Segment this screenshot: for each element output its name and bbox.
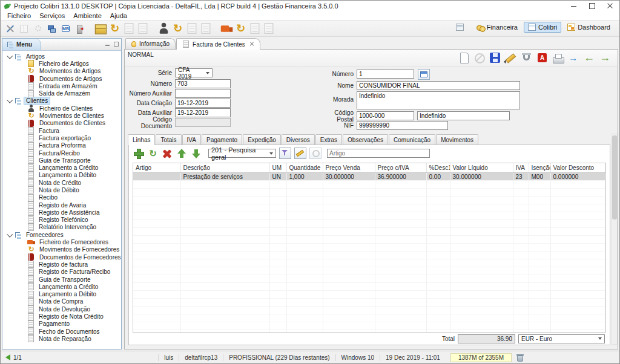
toolbar-icon[interactable] [185,22,199,36]
col-iva[interactable]: IVA [513,163,529,173]
cell-preco-venda[interactable]: 30.000000 [323,173,375,181]
toolbar-icon[interactable] [234,22,248,36]
sidebar-item[interactable]: Movimentos de Clientes [2,112,121,119]
codigo-postal-field[interactable] [357,111,414,120]
toolbar-icon[interactable] [150,22,157,36]
sidebar-item[interactable]: Registo de Nota Crédito [2,313,121,320]
cell-valor-desconto[interactable]: 0.000000 [550,173,605,181]
morada-field[interactable]: Indefinido [357,91,520,109]
col-um[interactable]: UM [269,163,286,173]
sidebar-item[interactable]: Nota de Débito [2,186,121,193]
col-isencao[interactable]: Isenção [529,163,550,173]
sidebar-item[interactable]: Movimentos de Fornecedores [2,246,121,253]
previous-record-icon[interactable] [582,51,597,65]
send-icon[interactable] [567,51,581,65]
col-preco-iva[interactable]: Preço c/IVA [375,163,426,173]
maximize-button[interactable] [583,1,601,11]
detail-tab[interactable]: Movimentos [436,134,478,145]
toolbar-icon[interactable] [73,22,87,36]
sidebar-item[interactable]: Registo de Avaria [2,201,121,209]
sidebar-item[interactable]: Documentos de Artigos [2,75,121,82]
cell-valor-liquido[interactable]: 30.000000 [450,173,513,181]
nif-field[interactable] [357,121,448,130]
sidebar-item[interactable]: Registo de Assistência [2,209,121,216]
menu-item[interactable]: Ficheiro [3,12,35,19]
edit-search-button[interactable] [294,148,306,159]
filter-button[interactable] [279,148,291,159]
article-search-input[interactable] [327,149,430,158]
tab-factura-de-clientes[interactable]: Factura de Clientes [176,38,260,50]
numero-auxiliar-field[interactable] [175,89,231,98]
expand-chevron-icon[interactable] [7,53,13,59]
toolbar-icon[interactable] [220,22,234,36]
refresh-line-icon[interactable] [147,148,159,160]
add-line-icon[interactable] [132,148,145,160]
detail-tab[interactable]: Totais [156,134,181,145]
sidebar-item[interactable]: Saída de Armazém [2,89,121,97]
sidebar-item[interactable]: Documentos de Clientes [2,120,121,127]
toolbar-icon[interactable] [136,22,150,36]
sidebar-item[interactable]: Factura [2,127,121,134]
sidebar-item[interactable]: Lançamento a Crédito [2,283,121,290]
menu-item[interactable]: Ajuda [106,12,131,19]
save-icon[interactable] [488,51,503,65]
sidebar-item[interactable]: Nota de Crédito [2,179,121,186]
expand-chevron-icon[interactable] [7,232,13,238]
col-descricao[interactable]: Descrição [180,163,269,173]
clamp-icon[interactable] [519,51,534,65]
menu-item[interactable]: Serviços [35,12,69,19]
sidebar-item[interactable]: Factura exportação [2,134,121,141]
currency-select[interactable]: EUR - Euro [518,334,605,343]
expand-chevron-icon[interactable] [7,97,13,103]
col-preco-venda[interactable]: Preço Venda [323,163,375,173]
toolbar-icon[interactable] [213,22,220,36]
col-desc1[interactable]: %Desc1 [426,163,450,173]
cell-preco-iva[interactable]: 36.900000 [375,173,426,181]
tab-close-icon[interactable] [249,42,254,47]
cell-iva[interactable]: 23 [513,173,529,181]
toolbar-icon[interactable] [45,22,59,36]
sidebar-item[interactable]: Recibo [2,194,121,201]
sidebar-item[interactable]: Relatório Intervenção [2,224,121,231]
toolbar-icon[interactable] [94,22,108,36]
sidebar-item[interactable]: Factura Proforma [2,142,121,149]
sidebar-item[interactable]: Documentos de Fornecedores [2,253,121,261]
numero-field[interactable] [175,79,231,88]
line-row[interactable]: Prestação de serviços UN 1,000 30.000000… [133,173,605,181]
sidebar-item[interactable]: Registo Telefónico [2,216,121,224]
detail-tab[interactable]: IVA [182,134,201,145]
cell-isencao[interactable]: M00 [529,173,550,181]
sidebar-item[interactable]: Guia de Transporte [2,157,121,164]
cell-um[interactable]: UN [269,173,286,181]
menu-view-tab[interactable]: Menu [2,39,41,50]
cell-quantidade[interactable]: 1,000 [286,173,323,181]
sidebar-item[interactable]: Registo de Factura/Recibo [2,268,121,276]
detail-tab[interactable]: Comunicação [389,134,435,145]
cell-desc1[interactable]: 0.00 [426,173,450,181]
garbage-collect-icon[interactable] [516,354,524,362]
sidebar-item[interactable]: Lançamento a Débito [2,291,121,298]
col-valor-liquido[interactable]: Valor Líquido [450,163,513,173]
detail-tab[interactable]: Expedição [243,134,281,145]
scrollbar-thumb[interactable] [612,135,617,219]
sidebar-item[interactable]: Ficheiro de Fornecedores [2,238,121,245]
sidebar-item[interactable]: Entrada em Armazém [2,82,121,89]
close-button[interactable] [601,1,619,11]
sidebar-item[interactable]: Pagamento [2,320,121,328]
nome-field[interactable] [357,81,520,90]
toolbar-icon[interactable] [122,22,136,36]
detail-tab[interactable]: Linhas [128,134,155,145]
toolbar-icon[interactable] [31,22,45,36]
detail-tab[interactable]: Pagamento [202,134,242,145]
toolbar-icon[interactable] [199,22,213,36]
menu-item[interactable]: Ambiente [69,12,105,19]
minimize-button[interactable] [565,1,583,11]
toolbar-icon[interactable] [248,22,262,36]
vertical-scrollbar[interactable] [612,134,618,345]
view-minimize-icon[interactable] [105,41,110,47]
move-line-down-icon[interactable] [190,148,203,160]
detail-tab[interactable]: Extras [315,134,342,145]
codigo-postal-localidade-field[interactable] [417,111,510,120]
perspective-button[interactable]: Colibri [524,22,561,33]
sidebar-item[interactable]: Ficheiro de Artigos [2,60,121,67]
